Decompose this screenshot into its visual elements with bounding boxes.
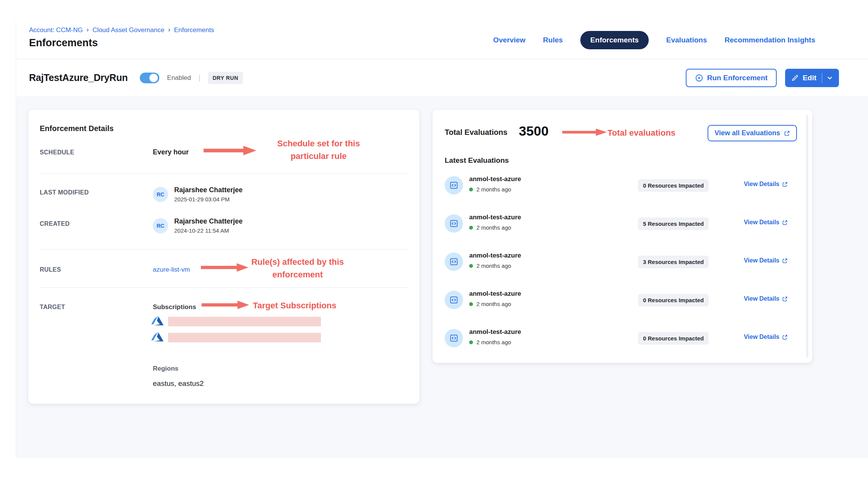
avatar: RC (153, 187, 168, 202)
regions-label: Regions (153, 365, 178, 373)
breadcrumb-account[interactable]: Account: CCM-NG (29, 26, 83, 34)
external-link-icon (782, 296, 788, 302)
redacted-subscription (168, 317, 321, 326)
enforcement-details-card: Enforcement Details SCHEDULE Every hour … (28, 110, 419, 404)
nav-tabs: Overview Rules Enforcements Evaluations … (493, 21, 815, 59)
evaluation-name: anmol-test-azure (469, 290, 521, 298)
evaluations-scrollbar[interactable] (806, 115, 808, 358)
evaluation-time: 2 months ago (476, 301, 511, 307)
details-card-title: Enforcement Details (40, 124, 113, 133)
page-header: Account: CCM-NG › Cloud Asset Governance… (16, 21, 868, 59)
target-annotation: Target Subscriptions (253, 299, 336, 312)
view-details-label: View Details (744, 257, 779, 264)
external-link-icon (782, 334, 788, 340)
status-dot (469, 302, 473, 306)
edit-label: Edit (803, 74, 816, 82)
dry-run-badge: DRY RUN (208, 72, 243, 84)
breadcrumb-cloud-asset-governance[interactable]: Cloud Asset Governance (92, 26, 164, 34)
evaluation-row: anmol-test-azure 2 months ago 0 Resource… (432, 174, 812, 206)
avatar: RC (153, 218, 168, 233)
azure-icon (151, 330, 164, 344)
tab-overview[interactable]: Overview (493, 36, 526, 44)
target-label: TARGET (40, 304, 65, 311)
evaluation-name: anmol-test-azure (469, 252, 521, 259)
resources-impacted-badge: 0 Resources Impacted (638, 179, 709, 192)
enabled-toggle[interactable] (140, 73, 159, 83)
external-link-icon (782, 258, 788, 264)
view-details-link[interactable]: View Details (744, 295, 788, 302)
toggle-knob (149, 74, 158, 82)
evaluation-time: 2 months ago (476, 224, 511, 231)
divider (40, 173, 408, 173)
redacted-subscription (168, 333, 321, 342)
divider (822, 73, 822, 83)
evaluation-time: 2 months ago (476, 262, 511, 269)
view-details-link[interactable]: View Details (744, 181, 788, 188)
schedule-label: SCHEDULE (40, 149, 74, 156)
resources-impacted-badge: 5 Resources Impacted (638, 217, 709, 230)
annotation-arrow (562, 127, 607, 137)
schedule-value: Every hour (153, 148, 189, 156)
evaluation-row: anmol-test-azure 2 months ago 0 Resource… (432, 288, 812, 321)
total-evaluations-value: 3500 (519, 123, 549, 139)
latest-evaluations-label: Latest Evaluations (445, 156, 509, 165)
evaluation-time: 2 months ago (476, 186, 511, 193)
view-details-link[interactable]: View Details (744, 257, 788, 264)
edit-button[interactable]: Edit (785, 69, 839, 87)
view-details-link[interactable]: View Details (744, 334, 788, 340)
chevron-down-icon[interactable] (827, 75, 833, 81)
created-name: Rajarshee Chatterjee (174, 217, 243, 225)
evaluation-row: anmol-test-azure 2 months ago 3 Resource… (432, 250, 812, 282)
run-enforcement-button[interactable]: Run Enforcement (686, 69, 777, 87)
view-details-label: View Details (744, 181, 779, 188)
external-link-icon (782, 220, 788, 225)
evaluation-row: anmol-test-azure 2 months ago 0 Resource… (432, 327, 812, 359)
resources-impacted-badge: 3 Resources Impacted (638, 256, 709, 268)
status-dot (469, 226, 473, 230)
tab-evaluations[interactable]: Evaluations (666, 36, 707, 44)
evaluation-icon (445, 253, 463, 271)
evaluation-row: anmol-test-azure 2 months ago 5 Resource… (432, 212, 812, 244)
divider (40, 287, 408, 288)
divider: | (199, 74, 201, 82)
breadcrumb: Account: CCM-NG › Cloud Asset Governance… (29, 26, 214, 34)
status-dot (469, 188, 473, 191)
evaluations-card: Total Evaluations 3500 Total evaluations… (432, 110, 812, 363)
view-all-evaluations-label: View all Evaluations (714, 129, 780, 137)
schedule-annotation: Schedule set for this particular rule (257, 137, 380, 162)
rule-link-azure-list-vm[interactable]: azure-list-vm (153, 266, 190, 274)
evaluation-name: anmol-test-azure (469, 328, 521, 336)
view-details-label: View Details (744, 334, 779, 340)
tab-rules[interactable]: Rules (543, 36, 563, 44)
created-date: 2024-10-22 11:54 AM (174, 227, 229, 234)
azure-icon (151, 314, 164, 328)
external-link-icon (784, 130, 790, 136)
run-enforcement-label: Run Enforcement (707, 74, 768, 82)
rules-label: RULES (40, 266, 61, 273)
resources-impacted-badge: 0 Resources Impacted (638, 294, 709, 306)
chevron-right-icon: › (87, 26, 89, 33)
last-modified-label: LAST MODIFIED (40, 189, 89, 196)
tab-recommendation-insights[interactable]: Recommendation Insights (724, 36, 815, 44)
evaluation-icon (445, 329, 463, 347)
enforcement-subheader: RajTestAzure_DryRun Enabled | DRY RUN Ru… (16, 59, 868, 96)
divider (40, 249, 408, 249)
created-label: CREATED (40, 220, 70, 227)
regions-value: eastus, eastus2 (153, 379, 204, 388)
annotation-arrow (201, 299, 250, 311)
view-details-label: View Details (744, 295, 779, 302)
pencil-icon (791, 74, 799, 82)
content-area: Enforcement Details SCHEDULE Every hour … (16, 96, 868, 458)
evaluation-time: 2 months ago (476, 339, 511, 345)
breadcrumb-enforcements[interactable]: Enforcements (174, 26, 214, 34)
last-modified-date: 2025-01-29 03:04 PM (174, 196, 230, 202)
external-link-icon (782, 181, 788, 187)
annotation-arrow (203, 145, 257, 156)
view-details-link[interactable]: View Details (744, 219, 788, 226)
status-dot (469, 264, 473, 268)
resources-impacted-badge: 0 Resources Impacted (638, 332, 709, 345)
tab-enforcements[interactable]: Enforcements (580, 31, 649, 49)
view-all-evaluations-button[interactable]: View all Evaluations (708, 125, 797, 141)
rules-annotation: Rule(s) affected by this enforcement (242, 256, 353, 281)
total-annotation: Total evaluations (607, 126, 675, 139)
